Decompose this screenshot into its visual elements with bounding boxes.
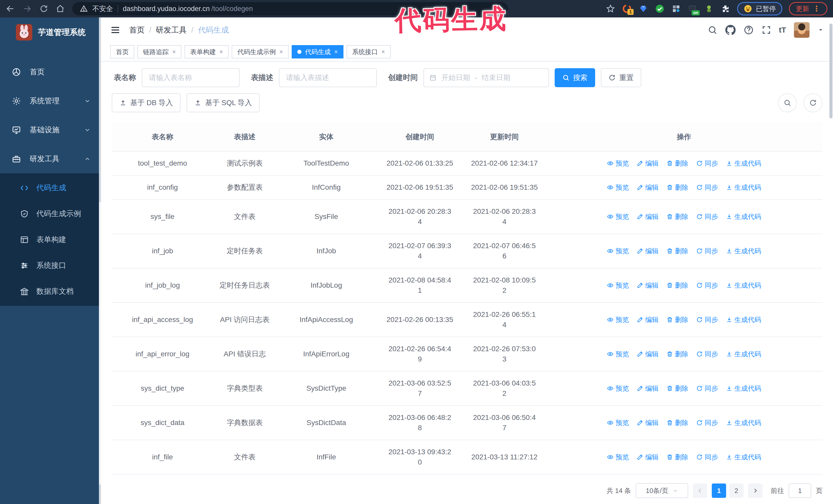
tab-3[interactable]: 代码生成示例×	[232, 45, 289, 58]
hamburger-icon[interactable]	[110, 25, 120, 35]
tab-1[interactable]: 链路追踪×	[137, 45, 182, 58]
action-trash-link[interactable]: 删除	[666, 315, 688, 325]
action-download-link[interactable]: 生成代码	[726, 383, 761, 393]
close-icon[interactable]: ×	[381, 48, 385, 55]
sidebar-subitem-2[interactable]: 表单构建	[0, 226, 101, 253]
action-eye-link[interactable]: 预览	[607, 246, 629, 256]
action-edit-link[interactable]: 编辑	[637, 452, 659, 462]
green-bot-extension-icon[interactable]	[704, 4, 714, 14]
action-eye-link[interactable]: 预览	[607, 182, 629, 193]
action-trash-link[interactable]: 删除	[666, 417, 688, 428]
action-eye-link[interactable]: 预览	[607, 452, 629, 462]
action-download-link[interactable]: 生成代码	[726, 315, 761, 325]
refresh-table-button[interactable]	[804, 93, 823, 112]
close-icon[interactable]: ×	[334, 48, 338, 55]
sidebar-subitem-1[interactable]: 代码生成示例	[0, 201, 101, 226]
action-edit-link[interactable]: 编辑	[637, 246, 659, 256]
sidebar-item-system[interactable]: 系统管理	[0, 87, 101, 115]
action-sync-link[interactable]: 同步	[696, 246, 718, 256]
caret-down-icon[interactable]	[817, 27, 824, 33]
url-bar[interactable]: 不安全 dashboard.yudao.iocoder.cn/tool/code…	[72, 2, 508, 16]
action-edit-link[interactable]: 编辑	[637, 417, 659, 428]
action-edit-link[interactable]: 编辑	[637, 182, 659, 193]
content-scrollbar[interactable]	[829, 24, 832, 118]
page-button-1[interactable]: 1	[712, 483, 726, 498]
breadcrumb-item[interactable]: 首页	[129, 25, 145, 35]
update-button[interactable]: 更新 ⋮	[789, 2, 827, 16]
user-avatar[interactable]	[794, 22, 810, 38]
action-trash-link[interactable]: 删除	[666, 349, 688, 359]
action-download-link[interactable]: 生成代码	[726, 280, 761, 290]
toggle-search-button[interactable]	[778, 93, 797, 112]
github-icon[interactable]	[725, 25, 736, 35]
action-edit-link[interactable]: 编辑	[637, 280, 659, 290]
green-check-extension-icon[interactable]	[654, 4, 665, 14]
sidebar-item-devtools[interactable]: 研发工具	[0, 144, 101, 173]
search-button[interactable]: 搜索	[555, 68, 595, 87]
logo-row[interactable]: 芋道管理系统	[0, 18, 101, 47]
tab-4-active[interactable]: 代码生成×	[292, 45, 343, 58]
home-icon[interactable]	[56, 4, 65, 13]
browser-menu-icon[interactable]: ⋮	[813, 5, 820, 13]
action-download-link[interactable]: 生成代码	[726, 158, 761, 168]
action-edit-link[interactable]: 编辑	[637, 349, 659, 359]
close-icon[interactable]: ×	[172, 48, 176, 55]
action-sync-link[interactable]: 同步	[696, 315, 718, 325]
page-button-2[interactable]: 2	[729, 483, 743, 498]
close-icon[interactable]: ×	[279, 48, 283, 55]
table-desc-input[interactable]: 请输入表描述	[279, 68, 377, 87]
back-icon[interactable]	[6, 4, 15, 13]
puzzle-extension-icon[interactable]	[720, 4, 731, 14]
action-trash-link[interactable]: 删除	[666, 158, 688, 168]
action-trash-link[interactable]: 删除	[666, 182, 688, 193]
action-eye-link[interactable]: 预览	[607, 349, 629, 359]
action-trash-link[interactable]: 删除	[666, 280, 688, 290]
security-warning-icon[interactable]	[80, 5, 88, 13]
page-size-select[interactable]: 10条/页	[636, 483, 688, 498]
action-eye-link[interactable]: 预览	[607, 383, 629, 393]
action-trash-link[interactable]: 删除	[666, 246, 688, 256]
action-sync-link[interactable]: 同步	[696, 349, 718, 359]
action-download-link[interactable]: 生成代码	[726, 417, 761, 428]
import-db-button[interactable]: 基于 DB 导入	[112, 93, 181, 112]
tab-2[interactable]: 表单构建×	[185, 45, 229, 58]
action-sync-link[interactable]: 同步	[696, 383, 718, 393]
action-edit-link[interactable]: 编辑	[637, 212, 659, 222]
fullscreen-icon[interactable]	[761, 25, 771, 35]
action-eye-link[interactable]: 预览	[607, 417, 629, 428]
orange-extension-icon[interactable]: 1	[622, 4, 632, 14]
dark-on-extension-icon[interactable]: on	[687, 4, 698, 14]
action-edit-link[interactable]: 编辑	[637, 383, 659, 393]
grid-extension-icon[interactable]	[671, 4, 681, 14]
prev-page-button[interactable]	[693, 483, 707, 498]
reset-button[interactable]: 重置	[601, 68, 641, 87]
text-size-icon[interactable]: tT	[779, 26, 786, 34]
action-sync-link[interactable]: 同步	[696, 212, 718, 222]
action-sync-link[interactable]: 同步	[696, 158, 718, 168]
action-sync-link[interactable]: 同步	[696, 280, 718, 290]
action-download-link[interactable]: 生成代码	[726, 182, 761, 193]
sidebar-item-home[interactable]: 首页	[0, 57, 101, 87]
action-edit-link[interactable]: 编辑	[637, 315, 659, 325]
tab-0[interactable]: 首页	[110, 45, 134, 58]
action-download-link[interactable]: 生成代码	[726, 212, 761, 222]
forward-icon[interactable]	[23, 4, 32, 13]
bookmark-star-icon[interactable]	[606, 4, 615, 13]
action-sync-link[interactable]: 同步	[696, 417, 718, 428]
table-name-input[interactable]: 请输入表名称	[142, 68, 240, 87]
action-trash-link[interactable]: 删除	[666, 452, 688, 462]
sidebar-subitem-0[interactable]: 代码生成	[0, 175, 101, 201]
close-icon[interactable]: ×	[219, 48, 223, 55]
action-sync-link[interactable]: 同步	[696, 182, 718, 193]
question-icon[interactable]	[743, 25, 754, 35]
search-icon[interactable]	[708, 25, 717, 35]
sidebar-item-infra[interactable]: 基础设施	[0, 115, 101, 144]
action-eye-link[interactable]: 预览	[607, 212, 629, 222]
action-download-link[interactable]: 生成代码	[726, 452, 761, 462]
sidebar-scrollbar[interactable]	[99, 18, 101, 504]
action-eye-link[interactable]: 预览	[607, 280, 629, 290]
action-eye-link[interactable]: 预览	[607, 315, 629, 325]
reload-icon[interactable]	[40, 4, 48, 13]
action-edit-link[interactable]: 编辑	[637, 158, 659, 168]
date-range-picker[interactable]: 开始日期 - 结束日期	[423, 68, 549, 87]
